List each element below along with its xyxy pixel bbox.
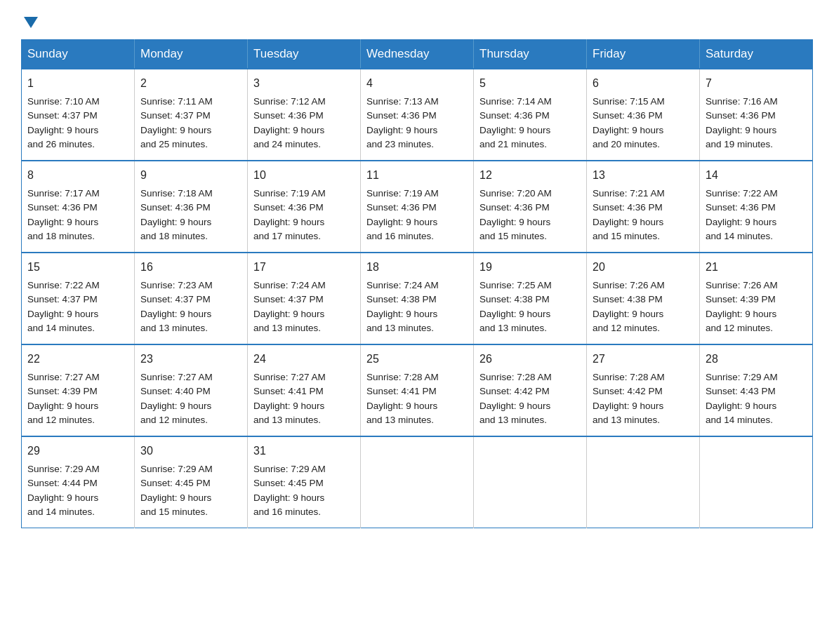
- day-number: 17: [253, 259, 355, 276]
- daylight-minutes: and 13 minutes.: [253, 323, 321, 333]
- calendar-cell: 27Sunrise: 7:28 AMSunset: 4:42 PMDayligh…: [587, 344, 700, 436]
- calendar-cell: 10Sunrise: 7:19 AMSunset: 4:36 PMDayligh…: [248, 161, 361, 253]
- daylight-label: Daylight: 9 hours: [366, 125, 437, 135]
- calendar-cell: 9Sunrise: 7:18 AMSunset: 4:36 PMDaylight…: [135, 161, 248, 253]
- daylight-minutes: and 13 minutes.: [140, 323, 208, 333]
- calendar-cell: 21Sunrise: 7:26 AMSunset: 4:39 PMDayligh…: [700, 253, 813, 344]
- weekday-sunday: Sunday: [22, 40, 135, 69]
- day-number: 8: [27, 167, 128, 184]
- daylight-minutes: and 12 minutes.: [27, 415, 95, 425]
- sunset-label: Sunset: 4:41 PM: [366, 386, 437, 396]
- calendar-cell: 25Sunrise: 7:28 AMSunset: 4:41 PMDayligh…: [361, 344, 474, 436]
- calendar-table: SundayMondayTuesdayWednesdayThursdayFrid…: [21, 39, 813, 528]
- daylight-minutes: and 24 minutes.: [253, 139, 321, 149]
- sunset-label: Sunset: 4:36 PM: [479, 202, 550, 213]
- sunset-label: Sunset: 4:42 PM: [479, 386, 550, 396]
- sunset-label: Sunset: 4:45 PM: [253, 478, 324, 488]
- calendar-cell: 23Sunrise: 7:27 AMSunset: 4:40 PMDayligh…: [135, 344, 248, 436]
- weekday-tuesday: Tuesday: [248, 40, 361, 69]
- daylight-label: Daylight: 9 hours: [593, 401, 663, 411]
- day-number: 30: [140, 443, 241, 459]
- sunrise-label: Sunrise: 7:24 AM: [253, 280, 326, 290]
- sunset-label: Sunset: 4:45 PM: [140, 478, 211, 488]
- sunset-label: Sunset: 4:36 PM: [253, 110, 324, 121]
- day-number: 13: [593, 167, 694, 184]
- daylight-minutes: and 18 minutes.: [140, 231, 208, 241]
- sunrise-label: Sunrise: 7:19 AM: [253, 188, 326, 199]
- day-number: 27: [593, 351, 694, 368]
- daylight-minutes: and 19 minutes.: [706, 139, 773, 149]
- sunrise-label: Sunrise: 7:13 AM: [366, 96, 439, 107]
- day-number: 10: [253, 167, 355, 184]
- day-number: 28: [706, 351, 807, 368]
- daylight-label: Daylight: 9 hours: [479, 217, 550, 227]
- daylight-minutes: and 17 minutes.: [253, 231, 321, 241]
- calendar-cell: 18Sunrise: 7:24 AMSunset: 4:38 PMDayligh…: [361, 253, 474, 344]
- sunset-label: Sunset: 4:42 PM: [593, 386, 663, 396]
- weekday-thursday: Thursday: [474, 40, 587, 69]
- sunrise-label: Sunrise: 7:10 AM: [27, 96, 100, 107]
- calendar-cell: 6Sunrise: 7:15 AMSunset: 4:36 PMDaylight…: [587, 69, 700, 161]
- day-number: 5: [479, 75, 581, 92]
- daylight-minutes: and 12 minutes.: [706, 323, 773, 333]
- day-number: 7: [706, 75, 807, 92]
- daylight-label: Daylight: 9 hours: [593, 217, 663, 227]
- daylight-minutes: and 14 minutes.: [706, 415, 773, 425]
- calendar-cell: 7Sunrise: 7:16 AMSunset: 4:36 PMDaylight…: [700, 69, 813, 161]
- sunrise-label: Sunrise: 7:29 AM: [706, 372, 778, 382]
- sunset-label: Sunset: 4:39 PM: [27, 386, 98, 396]
- calendar-cell: 30Sunrise: 7:29 AMSunset: 4:45 PMDayligh…: [135, 436, 248, 528]
- sunset-label: Sunset: 4:36 PM: [706, 202, 776, 213]
- daylight-label: Daylight: 9 hours: [366, 309, 437, 319]
- daylight-label: Daylight: 9 hours: [27, 217, 98, 227]
- daylight-label: Daylight: 9 hours: [479, 309, 550, 319]
- day-number: 21: [706, 259, 807, 276]
- sunset-label: Sunset: 4:37 PM: [253, 294, 324, 304]
- sunrise-label: Sunrise: 7:14 AM: [479, 96, 552, 107]
- day-number: 9: [140, 167, 241, 184]
- daylight-label: Daylight: 9 hours: [27, 125, 98, 135]
- daylight-label: Daylight: 9 hours: [253, 492, 324, 503]
- daylight-label: Daylight: 9 hours: [253, 309, 324, 319]
- day-number: 26: [479, 351, 581, 368]
- calendar-cell: 24Sunrise: 7:27 AMSunset: 4:41 PMDayligh…: [248, 344, 361, 436]
- day-number: 25: [366, 351, 468, 368]
- sunrise-label: Sunrise: 7:26 AM: [706, 280, 778, 290]
- daylight-label: Daylight: 9 hours: [706, 309, 776, 319]
- calendar-cell: [587, 436, 700, 528]
- daylight-label: Daylight: 9 hours: [253, 125, 324, 135]
- sunrise-label: Sunrise: 7:27 AM: [253, 372, 326, 382]
- day-number: 15: [27, 259, 128, 276]
- weekday-saturday: Saturday: [700, 40, 813, 69]
- day-number: 16: [140, 259, 241, 276]
- calendar-cell: 20Sunrise: 7:26 AMSunset: 4:38 PMDayligh…: [587, 253, 700, 344]
- sunset-label: Sunset: 4:38 PM: [366, 294, 437, 304]
- day-number: 29: [27, 443, 128, 459]
- day-number: 11: [366, 167, 468, 184]
- sunset-label: Sunset: 4:36 PM: [366, 110, 437, 121]
- day-number: 22: [27, 351, 128, 368]
- sunrise-label: Sunrise: 7:28 AM: [479, 372, 552, 382]
- daylight-minutes: and 13 minutes.: [366, 415, 434, 425]
- calendar-cell: 5Sunrise: 7:14 AMSunset: 4:36 PMDaylight…: [474, 69, 587, 161]
- weekday-header-row: SundayMondayTuesdayWednesdayThursdayFrid…: [22, 40, 813, 69]
- daylight-label: Daylight: 9 hours: [27, 401, 98, 411]
- calendar-cell: 8Sunrise: 7:17 AMSunset: 4:36 PMDaylight…: [22, 161, 135, 253]
- sunrise-label: Sunrise: 7:11 AM: [140, 96, 213, 107]
- daylight-label: Daylight: 9 hours: [479, 125, 550, 135]
- calendar-cell: 1Sunrise: 7:10 AMSunset: 4:37 PMDaylight…: [22, 69, 135, 161]
- sunrise-label: Sunrise: 7:17 AM: [27, 188, 100, 199]
- calendar-cell: 11Sunrise: 7:19 AMSunset: 4:36 PMDayligh…: [361, 161, 474, 253]
- calendar-cell: 4Sunrise: 7:13 AMSunset: 4:36 PMDaylight…: [361, 69, 474, 161]
- sunset-label: Sunset: 4:39 PM: [706, 294, 776, 304]
- calendar-cell: 2Sunrise: 7:11 AMSunset: 4:37 PMDaylight…: [135, 69, 248, 161]
- calendar-week-2: 8Sunrise: 7:17 AMSunset: 4:36 PMDaylight…: [22, 161, 813, 253]
- daylight-minutes: and 13 minutes.: [479, 323, 547, 333]
- daylight-label: Daylight: 9 hours: [366, 217, 437, 227]
- calendar-cell: 16Sunrise: 7:23 AMSunset: 4:37 PMDayligh…: [135, 253, 248, 344]
- sunset-label: Sunset: 4:36 PM: [593, 110, 663, 121]
- sunrise-label: Sunrise: 7:27 AM: [27, 372, 100, 382]
- sunrise-label: Sunrise: 7:29 AM: [140, 464, 213, 474]
- calendar-cell: 3Sunrise: 7:12 AMSunset: 4:36 PMDaylight…: [248, 69, 361, 161]
- sunrise-label: Sunrise: 7:12 AM: [253, 96, 326, 107]
